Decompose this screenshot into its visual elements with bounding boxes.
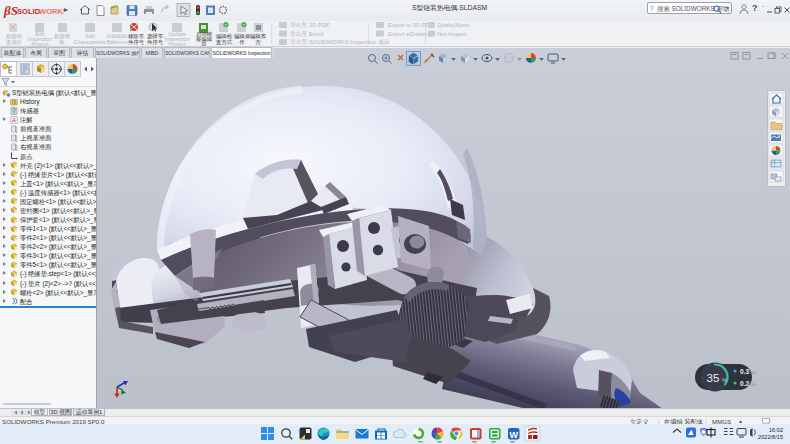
svg-text:Export to 3D PDF: Export to 3D PDF [388,22,434,28]
svg-text:件序号: 件序号 [147,39,164,46]
svg-text:方: 方 [255,39,261,46]
svg-text:导出至 Excel: 导出至 Excel [290,30,323,37]
svg-text:2022/8/15: 2022/8/15 [758,434,783,440]
svg-text:βS: βS [3,3,18,18]
svg-text:KB/s: KB/s [748,370,756,375]
svg-text:器: 器 [201,41,206,47]
svg-text:Project: Project [32,41,49,47]
svg-text:W: W [509,430,518,440]
svg-text:WORKS: WORKS [39,7,64,16]
svg-text:查方式: 查方式 [216,39,233,46]
svg-text:A: A [12,117,17,123]
svg-text:板: 板 [58,39,65,45]
svg-text:QualityXpert: QualityXpert [437,22,469,28]
svg-text:16:02: 16:02 [769,427,783,433]
svg-text:作: 作 [239,39,245,45]
svg-text:KB/s: KB/s [748,382,756,387]
svg-text:导出至 2D PDF: 导出至 2D PDF [290,21,330,28]
svg-text:Project: Project [169,41,186,47]
svg-text:导出至 SOLIDWORKS Inspection 项目: 导出至 SOLIDWORKS Inspection 项目 [290,38,390,46]
svg-text:SOLID: SOLID [17,7,41,16]
svg-text:件序号: 件序号 [128,39,145,46]
svg-text:35: 35 [707,372,720,384]
svg-text:Characteristic: Characteristic [74,39,107,45]
svg-text:Net-Inspect: Net-Inspect [437,31,467,37]
svg-text:查项目: 查项目 [6,39,22,46]
svg-text:Export eDrawing: Export eDrawing [388,31,431,37]
svg-text:Balloons: Balloons [107,39,128,45]
svg-text:%: % [722,377,727,383]
